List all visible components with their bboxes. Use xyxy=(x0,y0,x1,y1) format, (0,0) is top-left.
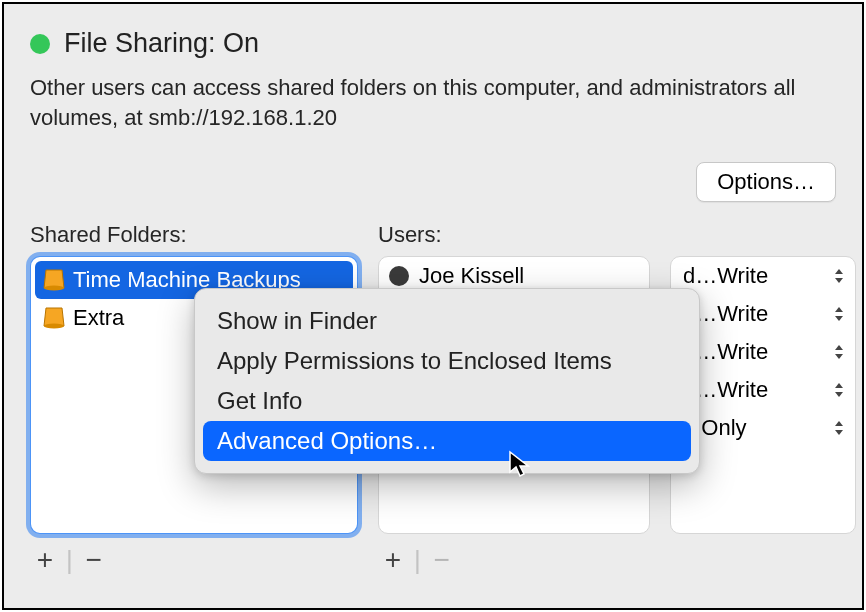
options-row: Options… xyxy=(30,162,836,202)
options-button[interactable]: Options… xyxy=(696,162,836,202)
svg-point-1 xyxy=(44,324,64,329)
cursor-icon xyxy=(508,450,530,482)
updown-icon[interactable] xyxy=(833,381,845,399)
permission-row[interactable]: d…Write xyxy=(671,257,855,295)
drive-icon xyxy=(43,306,65,330)
menu-item-get-info[interactable]: Get Info xyxy=(203,381,691,421)
users-header: Users: xyxy=(378,222,650,248)
separator: | xyxy=(66,545,73,576)
add-folder-button[interactable]: + xyxy=(30,544,60,576)
remove-user-button[interactable]: − xyxy=(427,544,457,576)
folder-label: Extra xyxy=(73,305,124,331)
drive-icon xyxy=(43,268,65,292)
updown-icon[interactable] xyxy=(833,419,845,437)
updown-icon[interactable] xyxy=(833,305,845,323)
menu-item-apply-permissions[interactable]: Apply Permissions to Enclosed Items xyxy=(203,341,691,381)
separator: | xyxy=(414,545,421,576)
panel-description: Other users can access shared folders on… xyxy=(30,73,820,132)
folders-add-remove: + | − xyxy=(30,544,358,576)
svg-point-0 xyxy=(44,286,64,291)
permissions-header-spacer xyxy=(670,222,856,248)
remove-folder-button[interactable]: − xyxy=(79,544,109,576)
updown-icon[interactable] xyxy=(833,343,845,361)
users-add-remove: + | − xyxy=(378,544,650,576)
user-avatar-icon xyxy=(389,266,409,286)
shared-folders-header: Shared Folders: xyxy=(30,222,358,248)
context-menu[interactable]: Show in Finder Apply Permissions to Encl… xyxy=(194,288,700,474)
panel-title: File Sharing: On xyxy=(64,28,259,59)
updown-icon[interactable] xyxy=(833,267,845,285)
menu-item-show-in-finder[interactable]: Show in Finder xyxy=(203,301,691,341)
header-row: File Sharing: On xyxy=(30,28,836,59)
user-label: Joe Kissell xyxy=(419,263,524,289)
status-indicator-icon xyxy=(30,34,50,54)
add-user-button[interactable]: + xyxy=(378,544,408,576)
permission-label: d…Write xyxy=(683,263,768,289)
menu-item-advanced-options[interactable]: Advanced Options… xyxy=(203,421,691,461)
file-sharing-panel: File Sharing: On Other users can access … xyxy=(2,2,864,610)
